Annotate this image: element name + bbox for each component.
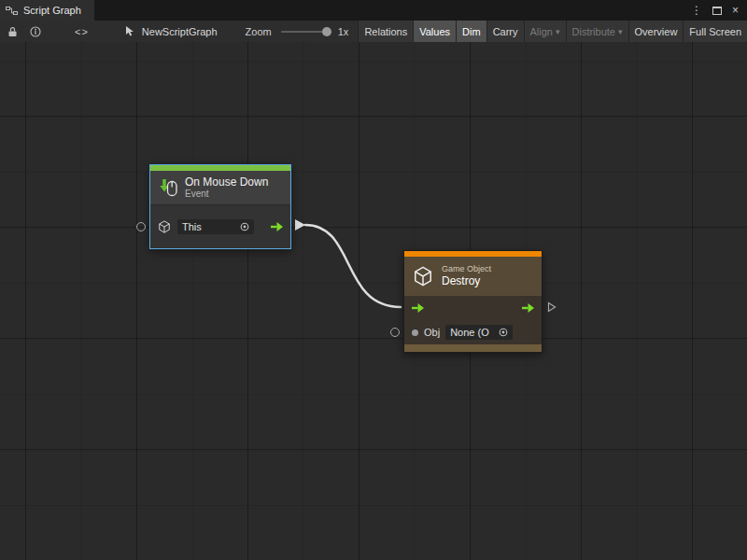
graph-canvas[interactable]: On Mouse Down Event This [0, 42, 747, 560]
node-title: Destroy [442, 274, 491, 287]
obj-port-dot[interactable] [412, 329, 418, 336]
node-on-mouse-down[interactable]: On Mouse Down Event This [149, 164, 291, 249]
window-close-icon[interactable]: × [732, 5, 739, 16]
edit-graph-pointer-icon [124, 25, 136, 37]
script-graph-icon [6, 6, 18, 16]
chevron-down-icon: ▾ [618, 27, 623, 36]
trigger-port-row [404, 296, 542, 320]
object-picker-icon[interactable] [499, 328, 508, 337]
obj-port-label: Obj [424, 327, 440, 338]
window-maximize-icon[interactable] [712, 7, 722, 15]
game-object-cube-icon [413, 266, 433, 287]
graph-breadcrumb[interactable]: NewScriptGraph [124, 25, 218, 37]
obj-value-field[interactable]: None (O [445, 325, 513, 340]
node-body: Obj None (O [404, 296, 542, 344]
info-icon[interactable] [30, 26, 41, 37]
carry-button[interactable]: Carry [486, 21, 524, 42]
target-value-field[interactable]: This [177, 219, 254, 234]
node-header[interactable]: On Mouse Down Event [150, 171, 290, 204]
toolbar-buttons: Relations Values Dim Carry Align ▾ Distr… [358, 21, 747, 42]
node-titles: Game Object Destroy [442, 264, 491, 287]
node-header[interactable]: Game Object Destroy [404, 257, 542, 296]
fullscreen-button[interactable]: Full Screen [683, 21, 747, 42]
obj-input-port[interactable] [390, 328, 400, 337]
lock-icon[interactable] [7, 26, 18, 37]
obj-value-text: None (O [450, 327, 489, 338]
code-view-icon[interactable]: <> [75, 26, 89, 37]
node-titles: On Mouse Down Event [185, 175, 268, 200]
chevron-down-icon: ▾ [556, 27, 560, 36]
window-controls: ⋮ × [683, 0, 747, 21]
node-destroy[interactable]: Game Object Destroy [403, 250, 543, 353]
node-subtitle: Event [185, 189, 268, 200]
unity-script-graph-window: Script Graph ⋮ × <> [0, 0, 747, 560]
target-value-text: This [182, 221, 202, 232]
zoom-slider[interactable] [281, 26, 331, 37]
trigger-output-port[interactable] [271, 222, 283, 231]
graph-toolbar: <> NewScriptGraph Zoom 1x Relations Valu… [0, 21, 747, 43]
node-category: Game Object [442, 264, 491, 274]
graph-name: NewScriptGraph [142, 26, 218, 37]
mouse-down-event-icon [158, 177, 178, 198]
tab-title: Script Graph [23, 5, 81, 16]
zoom-slider-knob[interactable] [322, 27, 331, 36]
tab-bar: Script Graph ⋮ × [0, 0, 747, 21]
node-footer-strip [404, 344, 542, 352]
external-trigger-port[interactable] [547, 301, 557, 315]
dim-button[interactable]: Dim [456, 21, 486, 42]
tab-script-graph[interactable]: Script Graph [0, 0, 94, 21]
trigger-input-port[interactable] [412, 303, 424, 313]
overview-button[interactable]: Overview [628, 21, 684, 42]
values-button[interactable]: Values [413, 21, 456, 42]
window-menu-icon[interactable]: ⋮ [691, 5, 702, 16]
node-port-row: This [150, 204, 290, 248]
node-title: On Mouse Down [185, 175, 268, 189]
relations-button[interactable]: Relations [358, 21, 413, 42]
tab-bar-spacer [94, 0, 683, 21]
obj-port-row: Obj None (O [404, 320, 542, 344]
game-object-cube-icon [158, 220, 171, 233]
zoom-value: 1x [338, 26, 349, 37]
distribute-button[interactable]: Distribute ▾ [566, 21, 628, 42]
connection-wire[interactable] [0, 42, 747, 560]
object-picker-icon[interactable] [240, 222, 249, 231]
align-button[interactable]: Align ▾ [524, 21, 566, 42]
zoom-label: Zoom [246, 26, 272, 37]
target-input-port[interactable] [136, 222, 146, 231]
trigger-output-port[interactable] [522, 303, 534, 313]
